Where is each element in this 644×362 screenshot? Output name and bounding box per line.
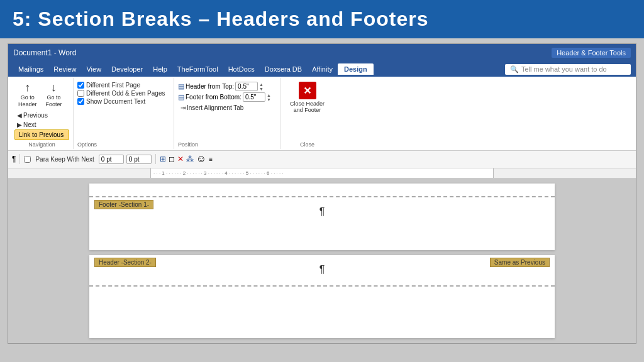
header-section-2[interactable]: ¶ Header -Section 2- Same as Previous [89, 255, 555, 287]
position-label: Position [178, 140, 198, 148]
footer-up-arrow[interactable]: ▲ [267, 93, 271, 97]
menu-view[interactable]: View [81, 63, 106, 75]
alignment-tab-icon: ⇥ [180, 104, 186, 111]
ribbon-group-options: Different First Page Different Odd & Eve… [74, 78, 174, 149]
toolbar-icon-4[interactable]: ≡ [209, 156, 213, 163]
menu-developer[interactable]: Developer [106, 63, 148, 75]
show-document-text-option[interactable]: Show Document Text [77, 98, 170, 105]
next-icon: ▶ [17, 121, 22, 128]
ruler-inner: · · · 1 · · · · · · 2 · · · · · · 3 · · … [150, 168, 494, 178]
search-icon: 🔍 [510, 65, 519, 74]
next-btn[interactable]: ▶ Next [14, 120, 69, 129]
go-to-footer-btn[interactable]: ↓ Go toFooter [42, 79, 66, 110]
previous-btn[interactable]: ◀ Previous [14, 111, 69, 120]
ruler-mark-1: · · · 1 · · · · · · 2 · · · · · · 3 · · … [153, 170, 284, 176]
page-body-2 [89, 287, 555, 324]
page-body-1 [89, 184, 555, 196]
ribbon: ↑ Go toHeader ↓ Go toFooter ◀ Previous ▶… [8, 77, 636, 151]
menu-affinity[interactable]: Affinity [307, 63, 338, 75]
page-2: ¶ Header -Section 2- Same as Previous [89, 255, 555, 338]
link-to-previous-btn[interactable]: Link to Previous [14, 129, 69, 140]
document-area: Footer -Section 1- ¶ ¶ Header -Section 2… [8, 178, 636, 343]
ribbon-group-navigation: ↑ Go toHeader ↓ Go toFooter ◀ Previous ▶… [11, 78, 74, 149]
menu-review[interactable]: Review [48, 63, 81, 75]
paragraph-marker-icon[interactable]: ¶ [12, 155, 16, 163]
page-1: Footer -Section 1- ¶ [89, 184, 555, 251]
menu-doxsera[interactable]: Doxsera DB [260, 63, 307, 75]
pt-input-1[interactable] [99, 155, 124, 164]
align-left-icon[interactable]: ⊞ [160, 155, 166, 163]
close-x-icon: ✕ [299, 82, 316, 99]
footer-from-bottom-control: ▤ Footer from Bottom: ▲ ▼ [178, 92, 277, 102]
header-from-top-input[interactable] [235, 82, 258, 91]
toolbar-separator-2 [155, 154, 156, 164]
footer-position-icon: ▤ [178, 93, 184, 101]
ruler: · · · 1 · · · · · · 2 · · · · · · 3 · · … [8, 168, 636, 178]
toolbar-separator-1 [19, 154, 20, 164]
toolbar-row: ¶ Para Keep With Next ⊞ ◻ ✕ ⁂ ☺ ≡ [8, 151, 636, 168]
page-title: 5: Section Breaks – Headers and Footers [13, 8, 428, 31]
toolbar-icon-3[interactable]: ⁂ [186, 155, 194, 163]
footer-section-1-label: Footer -Section 1- [94, 200, 153, 209]
footer-from-bottom-input[interactable] [243, 92, 265, 102]
search-box[interactable]: 🔍 Tell me what you want to do [505, 64, 631, 75]
same-as-previous-label: Same as Previous [490, 258, 550, 267]
menu-theformtool[interactable]: TheFormTool [172, 63, 223, 75]
search-placeholder: Tell me what you want to do [521, 65, 607, 73]
para-keep-label: Para Keep With Next [33, 155, 96, 163]
header-up-arrow[interactable]: ▲ [259, 82, 264, 87]
toolbar-icon-2[interactable]: ✕ [177, 155, 184, 163]
close-label: Close [300, 140, 314, 148]
header-section-2-label: Header -Section 2- [94, 258, 156, 267]
word-app: Document1 - Word Header & Footer Tools M… [8, 43, 636, 344]
app-title-bar: Document1 - Word Header & Footer Tools [8, 44, 636, 62]
footer-section-1[interactable]: Footer -Section 1- ¶ [89, 196, 555, 228]
menu-mailings[interactable]: Mailings [13, 63, 48, 75]
different-odd-even-checkbox[interactable] [77, 90, 84, 97]
para-keep-checkbox[interactable] [24, 156, 31, 163]
pilcrow-1: ¶ [94, 200, 550, 220]
menu-bar: Mailings Review View Developer Help TheF… [8, 62, 636, 77]
pilcrow-2: ¶ [94, 258, 550, 278]
header-footer-tools-label: Header & Footer Tools [552, 48, 631, 58]
toolbar-icon-1[interactable]: ◻ [169, 155, 175, 163]
header-from-top-control: ▤ Header from Top: ▲ ▼ [178, 82, 277, 91]
header-down-arrow[interactable]: ▼ [259, 87, 264, 91]
footer-down-arrow[interactable]: ▼ [267, 97, 271, 102]
title-bar: 5: Section Breaks – Headers and Footers [0, 0, 644, 38]
options-label: Options [77, 140, 97, 148]
emoji-icon[interactable]: ☺ [196, 153, 206, 165]
go-to-header-btn[interactable]: ↑ Go toHeader [14, 79, 41, 110]
insert-alignment-tab-btn[interactable]: ⇥ Insert Alignment Tab [178, 103, 277, 112]
ribbon-group-position: ▤ Header from Top: ▲ ▼ ▤ Footer from Bot… [174, 78, 281, 149]
ribbon-group-close: ✕ Close Headerand Footer Close [281, 78, 333, 149]
navigation-label: Navigation [28, 140, 55, 148]
different-first-page-option[interactable]: Different First Page [77, 82, 170, 89]
menu-hotdocs[interactable]: HotDocs [223, 63, 260, 75]
close-header-label: Close Headerand Footer [290, 101, 325, 113]
menu-help[interactable]: Help [148, 63, 172, 75]
different-odd-even-option[interactable]: Different Odd & Even Pages [77, 90, 170, 97]
pt-input-2[interactable] [126, 155, 152, 164]
close-header-footer-btn[interactable]: ✕ Close Headerand Footer [285, 79, 330, 116]
show-document-text-checkbox[interactable] [77, 98, 84, 105]
different-first-page-checkbox[interactable] [77, 82, 84, 89]
app-title: Document1 - Word [13, 48, 76, 57]
tab-design[interactable]: Design [338, 63, 374, 75]
previous-icon: ◀ [17, 112, 22, 119]
header-position-icon: ▤ [178, 82, 184, 90]
